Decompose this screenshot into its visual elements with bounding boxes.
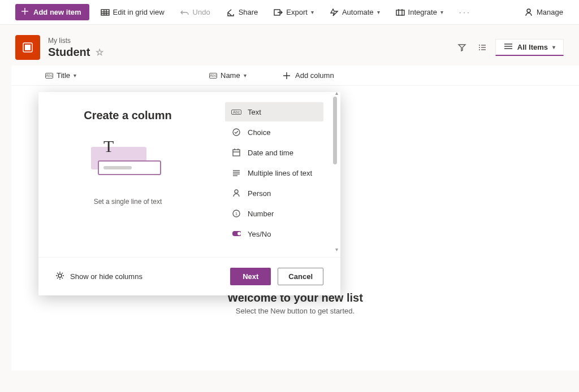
chevron-down-icon: ▾ xyxy=(552,44,555,50)
show-hide-columns-link[interactable]: Show or hide columns xyxy=(55,271,142,282)
export-label: Export xyxy=(286,8,308,16)
grid-icon xyxy=(101,8,110,17)
add-new-item-label: Add new item xyxy=(33,8,81,16)
overflow-button[interactable]: · · · xyxy=(455,6,474,19)
abc-icon: Abc xyxy=(209,73,217,79)
column-header-row: Abc Title ▾ Abc Name ▾ Add column xyxy=(11,66,579,86)
svg-rect-8 xyxy=(396,10,404,15)
svg-point-38 xyxy=(237,232,241,236)
view-name: All Items xyxy=(517,43,548,51)
column-type-number[interactable]: 1Number xyxy=(225,204,323,223)
edit-in-grid-label: Edit in grid view xyxy=(113,8,165,16)
svg-rect-26 xyxy=(233,150,240,156)
column-type-multiline[interactable]: Multiple lines of text xyxy=(225,163,323,182)
welcome-subtitle: Select the New button to get started. xyxy=(11,307,579,315)
command-bar: Add new item Edit in grid view Undo Shar… xyxy=(0,0,579,25)
create-column-popup: Create a column T Set a single line of t… xyxy=(38,92,340,295)
export-icon xyxy=(274,8,283,17)
column-type-label: Number xyxy=(248,210,274,218)
show-hide-columns-label: Show or hide columns xyxy=(70,272,142,281)
column-type-choice[interactable]: Choice xyxy=(225,123,323,142)
add-column-label: Add column xyxy=(295,71,334,80)
column-type-datetime[interactable]: Date and time xyxy=(225,143,323,162)
column-type-label: Text xyxy=(248,108,261,116)
column-type-label: Yes/No xyxy=(248,230,271,238)
column-type-person[interactable]: Person xyxy=(225,184,323,203)
popup-preview-pane: Create a column T Set a single line of t… xyxy=(38,92,217,257)
column-type-label: Date and time xyxy=(248,149,293,157)
list-title: Student ☆ xyxy=(48,46,103,59)
column-type-label: Choice xyxy=(248,128,270,137)
popup-description: Set a single line of text xyxy=(94,198,162,206)
next-button[interactable]: Next xyxy=(230,268,271,285)
favorite-star-icon[interactable]: ☆ xyxy=(96,47,103,58)
svg-point-25 xyxy=(233,129,240,136)
chevron-down-icon: ▾ xyxy=(377,9,380,15)
chevron-down-icon: ▾ xyxy=(74,72,76,79)
add-column-button[interactable]: Add column xyxy=(283,71,334,80)
column-name-label: Name xyxy=(221,71,240,80)
cancel-button[interactable]: Cancel xyxy=(278,268,323,285)
add-new-item-button[interactable]: Add new item xyxy=(15,4,89,20)
list-view-icon xyxy=(504,43,513,51)
automate-icon xyxy=(330,8,339,17)
svg-rect-2 xyxy=(101,10,109,15)
plus-icon xyxy=(283,72,291,80)
svg-point-11 xyxy=(527,9,530,12)
content-header: My lists Student ☆ All Items ▾ xyxy=(0,25,579,66)
share-button[interactable]: Share xyxy=(222,6,263,19)
breadcrumb[interactable]: My lists xyxy=(48,37,103,45)
calendar-icon xyxy=(232,148,241,157)
automate-label: Automate xyxy=(342,8,374,16)
chevron-down-icon: ▾ xyxy=(244,72,247,79)
automate-button[interactable]: Automate ▾ xyxy=(325,6,384,19)
person-icon xyxy=(524,8,533,17)
column-type-yesno[interactable]: Yes/No xyxy=(225,224,323,243)
more-icon: · · · xyxy=(459,8,469,16)
list-icon xyxy=(15,35,40,60)
share-label: Share xyxy=(239,8,258,16)
view-selector[interactable]: All Items ▾ xyxy=(495,39,564,56)
column-type-list: ▴ AbcTextChoiceDate and timeMultiple lin… xyxy=(217,92,340,257)
svg-point-39 xyxy=(58,274,62,277)
scroll-up-icon: ▴ xyxy=(335,90,338,96)
integrate-button[interactable]: Integrate ▾ xyxy=(391,6,448,19)
column-type-label: Multiple lines of text xyxy=(248,169,312,177)
chevron-down-icon: ▾ xyxy=(440,9,443,15)
text-column-illustration: T xyxy=(85,139,170,184)
svg-text:1: 1 xyxy=(235,211,238,216)
filter-button[interactable] xyxy=(455,40,469,55)
manage-button[interactable]: Manage xyxy=(520,6,568,19)
export-button[interactable]: Export ▾ xyxy=(269,6,318,19)
number-icon: 1 xyxy=(232,209,241,218)
share-icon xyxy=(226,8,235,17)
integrate-icon xyxy=(396,8,405,17)
popup-heading: Create a column xyxy=(84,109,172,122)
plus-icon xyxy=(21,7,29,17)
column-type-label: Person xyxy=(248,189,271,198)
person-icon xyxy=(232,189,241,198)
scrollbar-thumb[interactable] xyxy=(333,97,337,164)
column-name[interactable]: Abc Name ▾ xyxy=(209,71,283,80)
integrate-label: Integrate xyxy=(408,8,437,16)
chevron-down-icon: ▾ xyxy=(311,9,314,15)
undo-icon xyxy=(180,8,189,17)
column-title-label: Title xyxy=(57,71,70,80)
undo-button[interactable]: Undo xyxy=(176,6,215,19)
abc-icon: Abc xyxy=(232,107,241,116)
gear-icon xyxy=(55,271,64,282)
svg-rect-13 xyxy=(25,45,31,50)
column-title[interactable]: Abc Title ▾ xyxy=(45,71,209,80)
scroll-down-icon: ▾ xyxy=(335,246,338,252)
column-type-text[interactable]: AbcText xyxy=(225,102,323,121)
manage-label: Manage xyxy=(537,8,563,16)
details-pane-button[interactable] xyxy=(475,40,490,55)
edit-in-grid-button[interactable]: Edit in grid view xyxy=(96,6,169,19)
abc-icon: Abc xyxy=(45,73,53,79)
svg-point-34 xyxy=(235,190,238,193)
list-title-text: Student xyxy=(48,46,90,59)
toggle-icon xyxy=(232,229,241,238)
undo-label: Undo xyxy=(193,8,210,16)
choice-icon xyxy=(232,128,241,137)
lines-icon xyxy=(232,168,241,177)
